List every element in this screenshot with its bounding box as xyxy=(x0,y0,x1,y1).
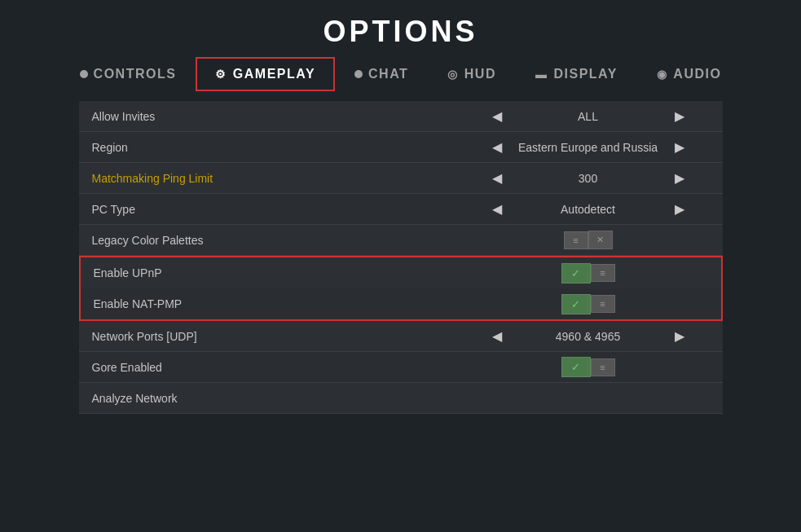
row-value-enable-upnp: ✓≡ xyxy=(456,258,721,288)
dot-icon xyxy=(354,70,363,78)
arrow-left-region[interactable]: ◀ xyxy=(486,138,508,156)
value-text-pc-type: Autodetect xyxy=(515,203,662,216)
row-value-gore-enabled: ✓≡ xyxy=(454,352,723,382)
arrow-right-region[interactable]: ▶ xyxy=(668,138,691,156)
row-value-matchmaking-ping-limit: ◀300▶ xyxy=(454,164,723,192)
dot-icon xyxy=(80,70,88,78)
row-label-network-ports: Network Ports [UDP] xyxy=(79,323,454,350)
row-label-gore-enabled: Gore Enabled xyxy=(79,354,454,380)
tab-display[interactable]: ▬DISPLAY xyxy=(516,57,637,91)
row-label-allow-invites: Allow Invites xyxy=(79,103,454,130)
tab-label: AUDIO xyxy=(673,67,721,81)
settings-row-gore-enabled: Gore Enabled✓≡ xyxy=(79,352,723,383)
gear-icon: ⚙ xyxy=(215,68,227,81)
row-label-matchmaking-ping-limit: Matchmaking Ping Limit xyxy=(79,165,454,191)
row-value-legacy-color-palettes: ≡✕ xyxy=(454,226,723,254)
arrow-right-pc-type[interactable]: ▶ xyxy=(668,200,691,218)
value-text-region: Eastern Europe and Russia xyxy=(515,141,662,154)
toggle-on-btn-legacy-color-palettes[interactable]: ≡ xyxy=(564,231,588,249)
toggle-legacy-color-palettes[interactable]: ≡✕ xyxy=(564,231,613,249)
toggle-off-btn-enable-nat-pmp[interactable]: ≡ xyxy=(591,295,615,313)
row-label-region: Region xyxy=(79,134,454,160)
settings-row-pc-type: PC Type◀Autodetect▶ xyxy=(79,194,723,225)
row-value-pc-type: ◀Autodetect▶ xyxy=(454,195,723,223)
row-label-legacy-color-palettes: Legacy Color Palettes xyxy=(79,227,454,253)
arrow-right-matchmaking-ping-limit[interactable]: ▶ xyxy=(668,169,691,187)
row-label-enable-upnp: Enable UPnP xyxy=(81,260,456,286)
value-text-matchmaking-ping-limit: 300 xyxy=(515,172,662,185)
settings-row-analyze-network: Analyze Network xyxy=(79,383,723,414)
arrow-right-allow-invites[interactable]: ▶ xyxy=(668,107,691,125)
page-title: OPTIONS xyxy=(323,15,478,49)
value-text-network-ports: 4960 & 4965 xyxy=(515,330,662,343)
settings-row-matchmaking-ping-limit: Matchmaking Ping Limit◀300▶ xyxy=(79,163,723,194)
arrow-left-matchmaking-ping-limit[interactable]: ◀ xyxy=(486,169,508,187)
upnp-nat-group: Enable UPnP✓≡Enable NAT-PMP✓≡ xyxy=(79,256,723,321)
toggle-off-btn-enable-upnp[interactable]: ≡ xyxy=(591,264,615,282)
tab-label: CHAT xyxy=(368,67,408,81)
toggle-enable-upnp[interactable]: ✓≡ xyxy=(561,263,615,284)
circle-dot-icon: ◎ xyxy=(447,68,459,81)
toggle-on-btn-enable-upnp[interactable]: ✓ xyxy=(561,263,591,284)
row-value-network-ports: ◀4960 & 4965▶ xyxy=(454,322,723,350)
tab-label: GAMEPLAY xyxy=(233,67,315,81)
content-area: Allow Invites◀ALL▶Region◀Eastern Europe … xyxy=(79,101,723,414)
settings-row-allow-invites: Allow Invites◀ALL▶ xyxy=(79,101,723,132)
row-label-analyze-network: Analyze Network xyxy=(79,385,454,411)
row-value-analyze-network xyxy=(454,394,723,403)
toggle-off-btn-legacy-color-palettes[interactable]: ✕ xyxy=(588,231,613,249)
toggle-on-btn-gore-enabled[interactable]: ✓ xyxy=(561,357,591,377)
settings-row-region: Region◀Eastern Europe and Russia▶ xyxy=(79,132,723,163)
row-label-enable-nat-pmp: Enable NAT-PMP xyxy=(81,291,456,317)
settings-row-enable-upnp: Enable UPnP✓≡ xyxy=(81,257,721,288)
tab-audio[interactable]: ◉AUDIO xyxy=(637,57,742,91)
tab-label: DISPLAY xyxy=(553,67,617,81)
settings-row-enable-nat-pmp: Enable NAT-PMP✓≡ xyxy=(81,288,721,319)
tab-controls[interactable]: CONTROLS xyxy=(60,57,196,91)
tab-label: CONTROLS xyxy=(94,67,177,81)
toggle-off-btn-gore-enabled[interactable]: ≡ xyxy=(591,358,615,376)
tab-bar: CONTROLS⚙GAMEPLAYCHAT◎HUD▬DISPLAY◉AUDIO xyxy=(0,57,801,91)
row-value-allow-invites: ◀ALL▶ xyxy=(454,102,723,130)
row-value-region: ◀Eastern Europe and Russia▶ xyxy=(454,133,723,161)
tab-gameplay[interactable]: ⚙GAMEPLAY xyxy=(196,57,335,91)
arrow-left-pc-type[interactable]: ◀ xyxy=(486,200,508,218)
arrow-left-allow-invites[interactable]: ◀ xyxy=(486,107,508,125)
arrow-right-network-ports[interactable]: ▶ xyxy=(668,327,691,345)
settings-row-network-ports: Network Ports [UDP]◀4960 & 4965▶ xyxy=(79,321,723,352)
toggle-enable-nat-pmp[interactable]: ✓≡ xyxy=(561,294,615,314)
arrow-left-network-ports[interactable]: ◀ xyxy=(486,327,508,345)
value-text-allow-invites: ALL xyxy=(515,110,662,123)
toggle-on-btn-enable-nat-pmp[interactable]: ✓ xyxy=(561,294,591,314)
toggle-gore-enabled[interactable]: ✓≡ xyxy=(561,357,615,377)
settings-row-legacy-color-palettes: Legacy Color Palettes≡✕ xyxy=(79,225,723,256)
row-value-enable-nat-pmp: ✓≡ xyxy=(456,289,721,319)
speaker-icon: ◉ xyxy=(657,68,668,81)
monitor-icon: ▬ xyxy=(535,68,548,81)
tab-label: HUD xyxy=(464,67,496,81)
tab-chat[interactable]: CHAT xyxy=(335,57,428,91)
tab-hud[interactable]: ◎HUD xyxy=(428,57,516,91)
row-label-pc-type: PC Type xyxy=(79,196,454,222)
